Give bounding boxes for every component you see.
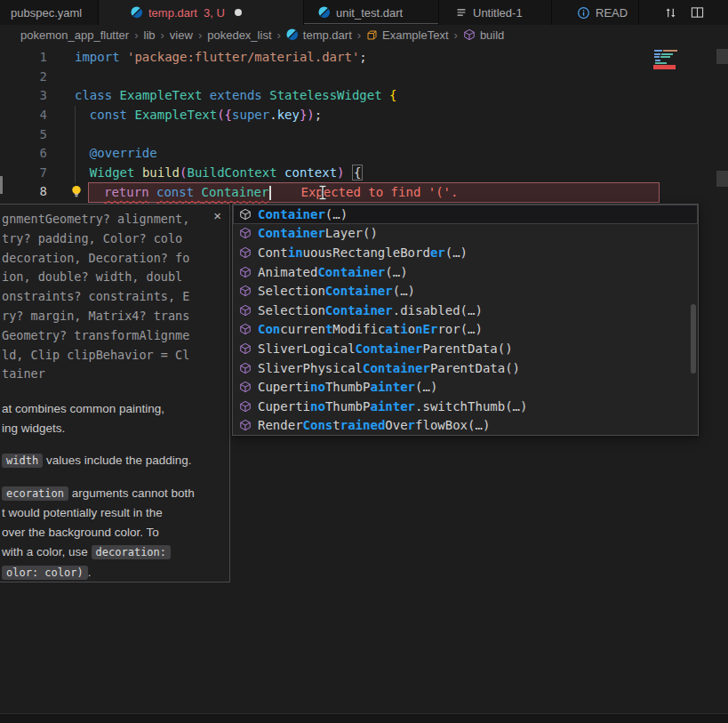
- breadcrumb-item-lib[interactable]: lib: [144, 28, 156, 42]
- sync-icon: [664, 6, 677, 20]
- tab-unit-test-dart[interactable]: unit_test.dart: [304, 0, 439, 25]
- hover-signature-line: Geometry? transformAlignme: [0, 326, 229, 346]
- hover-signature-line: ion, double? width, doubl: [0, 268, 229, 287]
- code-line-1: 1import 'package:flutter/material.dart';: [0, 48, 728, 68]
- hover-signature-line: try? padding, Color? colo: [0, 229, 229, 249]
- tab-label: Untitled-1: [473, 6, 523, 20]
- breadcrumb-separator: ›: [161, 28, 164, 42]
- split-editor-icon: [691, 6, 704, 19]
- minimap-mark: [0, 176, 3, 194]
- suggest-item[interactable]: SliverLogicalContainerParentData(): [233, 339, 698, 358]
- hover-description-line: over the background color. To: [0, 523, 229, 542]
- tab-pubspec-yaml[interactable]: pubspec.yaml: [0, 0, 99, 25]
- minimap-mark: [716, 49, 728, 64]
- tab-untitled-1[interactable]: Untitled-1: [439, 0, 552, 25]
- symbol-method-icon: [239, 419, 252, 431]
- error-line-row[interactable]: return const ContainerExpected to find '…: [88, 182, 660, 203]
- hover-description-line: width values include the padding.: [0, 451, 229, 471]
- hover-description: at combines common painting,ing widgets.…: [0, 399, 229, 582]
- dart-icon: [286, 28, 299, 41]
- tab-read[interactable]: READ: [575, 0, 639, 25]
- ibeam-icon: [318, 185, 327, 200]
- hover-signature-line: ld, Clip clipBehavior = Cl: [0, 346, 229, 366]
- minimap-mark: [716, 171, 728, 187]
- code-line-7: 7 Widget build(BuildContext context) {: [0, 164, 728, 183]
- editor-actions: [664, 0, 728, 25]
- line-number: 1: [0, 48, 47, 68]
- close-icon[interactable]: ×: [213, 209, 221, 222]
- mouse-ibeam-cursor: [318, 185, 327, 200]
- suggest-widget: Container(…) ContainerLayer() Continuous…: [232, 204, 699, 436]
- breadcrumb-item-pokedex-list[interactable]: pokedex_list: [207, 28, 271, 42]
- breadcrumb-item-view[interactable]: view: [170, 28, 193, 42]
- breadcrumb-separator: ›: [454, 28, 458, 42]
- symbol-method-icon: [239, 246, 252, 259]
- tab-strip: pubspec.yaml temp.dart3, U unit_test.dar…: [0, 0, 639, 25]
- minimap-mark: [663, 50, 677, 52]
- minimap-mark: [654, 53, 660, 55]
- minimap-mark: [655, 60, 660, 61]
- line-number: 2: [0, 68, 47, 87]
- bottom-panel-edge: [0, 713, 728, 723]
- breadcrumb-separator: ›: [198, 28, 202, 42]
- hover-signature-line: gnmentGeometry? alignment,: [0, 210, 229, 229]
- hover-signature-line: decoration, Decoration? fo: [0, 249, 229, 269]
- dart-icon: [131, 6, 143, 19]
- suggest-item[interactable]: CupertinoThumbPainter.switchThumb(…): [233, 397, 698, 416]
- suggest-item[interactable]: Container(…): [233, 205, 698, 224]
- suggest-item[interactable]: CupertinoThumbPainter(…): [233, 377, 698, 397]
- code-line-6: 6 @override: [0, 144, 728, 164]
- line-number: 6: [0, 144, 47, 164]
- breadcrumb-item-pokemon-app-flutter[interactable]: pokemon_app_flutter: [20, 28, 129, 42]
- breadcrumb-item-temp-dart[interactable]: temp.dart: [286, 28, 352, 42]
- minimap-mark: [655, 62, 667, 64]
- breadcrumb-item-build[interactable]: build: [463, 28, 504, 42]
- suggest-item[interactable]: SelectionContainer(…): [233, 281, 698, 301]
- symbol-method-icon: [239, 227, 252, 239]
- split-editor-button[interactable]: [691, 6, 704, 19]
- minimap-mark: [654, 50, 662, 52]
- symbol-method-icon: [239, 362, 252, 374]
- suggest-item[interactable]: SelectionContainer.disabled(…): [233, 301, 698, 320]
- sync-button[interactable]: [664, 6, 677, 20]
- suggest-item[interactable]: AnimatedContainer(…): [233, 262, 698, 282]
- hover-description-line: olor: color).: [0, 563, 229, 582]
- breadcrumb-item-exampletext[interactable]: ExampleText: [366, 28, 448, 42]
- error-line-code: return const Container: [104, 183, 268, 202]
- lightbulb-icon: [70, 185, 83, 198]
- hover-signature: gnmentGeometry? alignment,try? padding, …: [0, 205, 229, 384]
- text-cursor: [269, 186, 271, 200]
- info-icon: [577, 6, 590, 20]
- minimap-mark: [660, 56, 670, 58]
- symbol-method-icon: [463, 28, 476, 41]
- hover-signature-line: tainer: [0, 365, 229, 384]
- tab-temp-dart[interactable]: temp.dart3, U: [99, 0, 304, 25]
- symbol-method-icon: [239, 400, 252, 413]
- symbol-method-icon: [239, 208, 252, 221]
- minimap-mark: [653, 65, 676, 69]
- suggest-item[interactable]: SliverPhysicalContainerParentData(): [233, 358, 698, 378]
- symbol-method-icon: [239, 342, 252, 355]
- suggest-item[interactable]: ContinuousRectangleBorder(…): [233, 243, 698, 262]
- minimap-mark: [661, 53, 673, 55]
- line-number: 8: [0, 182, 47, 202]
- suggest-list: Container(…) ContainerLayer() Continuous…: [233, 205, 698, 435]
- suggest-scrollbar[interactable]: [691, 304, 696, 374]
- hover-doc-panel: × gnmentGeometry? alignment,try? padding…: [0, 204, 230, 582]
- suggest-item[interactable]: ConcurrentModificationError(…): [233, 320, 698, 340]
- code-line-3: 3class ExampleText extends StatelessWidg…: [0, 86, 728, 106]
- tab-label: unit_test.dart: [336, 6, 403, 20]
- symbol-method-icon: [239, 323, 252, 335]
- unsaved-dot[interactable]: [235, 9, 242, 16]
- tab-label: READ: [596, 6, 628, 20]
- suggest-item[interactable]: ContainerLayer(): [233, 224, 698, 244]
- code-line-2: 2: [0, 68, 728, 87]
- symbol-method-icon: [239, 381, 252, 393]
- quick-fix-lightbulb-icon[interactable]: [70, 185, 83, 198]
- hover-description-line: ing widgets.: [0, 419, 229, 438]
- indent-guide: [75, 106, 76, 183]
- suggest-item[interactable]: RenderConstrainedOverflowBox(…): [233, 416, 698, 436]
- tab-label: temp.dart: [148, 6, 197, 20]
- hover-signature-line: ry? margin, Matrix4? trans: [0, 307, 229, 326]
- line-number: 7: [0, 164, 47, 183]
